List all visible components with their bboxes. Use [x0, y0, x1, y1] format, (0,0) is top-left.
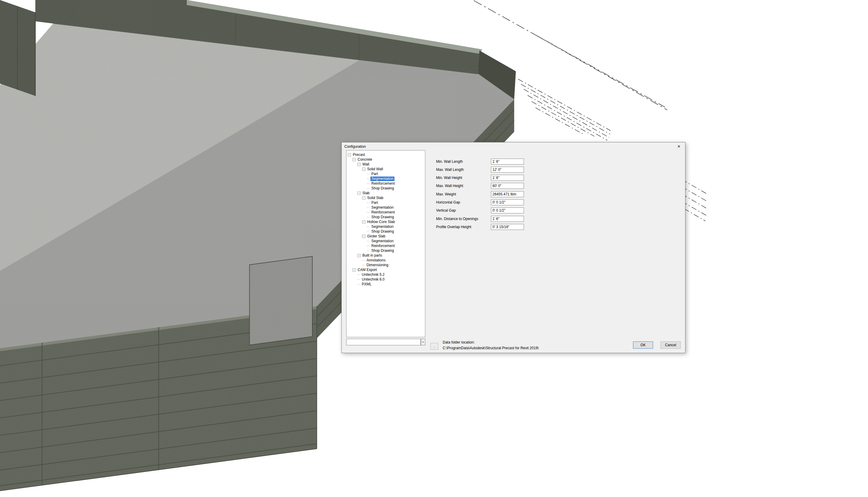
tree-node-label: Part — [371, 172, 379, 176]
tree-connector — [367, 246, 369, 246]
tree-node-shop-drawing[interactable]: Shop Drawing — [346, 248, 425, 253]
horizontal-gap-input[interactable] — [491, 199, 524, 205]
min-wall-length-input[interactable] — [491, 159, 524, 165]
field-row-horizontal-gap: Horizontal Gap — [436, 198, 524, 207]
tree-connector — [367, 188, 369, 188]
field-label: Profile Overlap Height — [436, 225, 491, 229]
tree-node-cam-export[interactable]: -CAM Export — [346, 267, 425, 272]
tree-node-label: CAM Export — [357, 268, 378, 272]
field-row-max-weight: Max. Weight — [436, 190, 524, 198]
min-wall-height-input[interactable] — [491, 175, 524, 181]
tree-connector — [367, 212, 369, 213]
collapse-icon[interactable]: - — [357, 254, 361, 257]
close-icon[interactable]: ✕ — [672, 142, 685, 151]
max-wall-height-input[interactable] — [491, 183, 524, 189]
field-row-max-wall-length: Max. Wall Length — [436, 166, 524, 173]
dialog-titlebar[interactable]: Configuration ✕ — [342, 142, 685, 151]
tree-node-label: Concrete — [357, 157, 373, 162]
tree-node-concrete[interactable]: -Concrete — [346, 157, 425, 162]
tree-node-segmentation[interactable]: Segmentation — [346, 176, 425, 181]
tree-node-solid-slab[interactable]: -Solid Slab — [346, 196, 425, 200]
tree-node-unitechnik-5-2[interactable]: Unitechnik 5.2 — [346, 272, 425, 277]
tree-node-slab[interactable]: -Slab — [346, 191, 425, 196]
tree-node-part[interactable]: Part — [346, 171, 425, 176]
tree-node-label: PXML — [361, 282, 373, 287]
tree-node-segmentation[interactable]: Segmentation — [346, 239, 425, 243]
tree-connector — [367, 231, 369, 232]
field-label: Max. Weight — [436, 192, 491, 196]
cancel-button[interactable]: Cancel — [661, 341, 681, 349]
tree-node-hollow-core-slab[interactable]: -Hollow Core Slab — [346, 219, 425, 224]
tree-node-label: Wall — [361, 162, 370, 167]
browse-button[interactable]: ... — [430, 343, 438, 350]
field-row-profile-overlap-height: Profile Overlap Height — [436, 223, 524, 231]
max-wall-length-input[interactable] — [491, 167, 524, 173]
collapse-icon[interactable]: - — [357, 191, 361, 195]
field-label: Max. Wall Height — [436, 184, 491, 188]
collapse-icon[interactable]: - — [362, 220, 365, 224]
tree-node-label: Part — [371, 200, 379, 205]
tree-node-label: Unitechnik 5.2 — [361, 272, 386, 277]
tree-node-label: Shop Drawing — [371, 248, 395, 253]
tree-node-label: Segmentation — [371, 176, 394, 181]
tree-node-label: Reinforcement — [371, 181, 396, 186]
tree-node-part[interactable]: Part — [346, 200, 425, 205]
tree-connector — [367, 208, 369, 208]
tree-node-shop-drawing[interactable]: Shop Drawing — [346, 215, 425, 219]
collapse-icon[interactable]: - — [362, 235, 365, 238]
tree-node-precast[interactable]: -Precast — [346, 152, 425, 157]
tree-connector — [367, 217, 369, 217]
tree-node-built-in-parts[interactable]: -Built in parts — [346, 253, 425, 258]
tree-node-label: Dimensioning — [366, 263, 389, 267]
tree-node-shop-drawing[interactable]: Shop Drawing — [346, 186, 425, 191]
configuration-dialog: Configuration ✕ -Precast-Concrete-Wall-S… — [342, 142, 685, 353]
tree-node-label: Segmentation — [371, 225, 394, 229]
tree-node-wall[interactable]: -Wall — [346, 162, 425, 167]
tree-node-label: Unitechnik 6.0 — [361, 277, 386, 282]
tree-node-label: Segmentation — [371, 239, 394, 243]
collapse-icon[interactable]: - — [362, 196, 365, 200]
tree-node-annotations[interactable]: Annotations — [346, 258, 425, 262]
collapse-icon[interactable]: - — [352, 268, 356, 272]
vertical-gap-input[interactable] — [491, 208, 524, 213]
tree-node-pxml[interactable]: PXML — [346, 282, 425, 287]
tree-connector — [367, 251, 369, 251]
tree-connector — [367, 227, 369, 227]
field-label: Min. Distance to Openings — [436, 217, 491, 221]
tree-node-reinforcement[interactable]: Reinforcement — [346, 243, 425, 248]
tree-node-reinforcement[interactable]: Reinforcement — [346, 210, 425, 215]
data-folder-path: C:\ProgramData\Autodesk\Structural Preca… — [443, 346, 539, 350]
tree-node-reinforcement[interactable]: Reinforcement — [346, 181, 425, 186]
tree-node-shop-drawing[interactable]: Shop Drawing — [346, 229, 425, 234]
min-distance-to-openings-input[interactable] — [491, 216, 524, 222]
config-tree[interactable]: -Precast-Concrete-Wall-Solid WallPartSeg… — [346, 150, 425, 337]
tree-node-label: Shop Drawing — [371, 186, 395, 191]
tree-connector — [367, 183, 369, 184]
collapse-icon[interactable]: - — [348, 153, 351, 156]
tree-node-girder-slab[interactable]: -Girder Slab — [346, 234, 425, 239]
tree-node-solid-wall[interactable]: -Solid Wall — [346, 167, 425, 171]
max-weight-input[interactable] — [491, 191, 524, 197]
tree-node-unitechnik-6-0[interactable]: Unitechnik 6.0 — [346, 277, 425, 282]
tree-node-segmentation[interactable]: Segmentation — [346, 205, 425, 210]
collapse-icon[interactable]: - — [357, 163, 361, 166]
tree-connector — [362, 260, 364, 260]
tree-node-label: Slab — [361, 191, 371, 196]
tree-node-label: Segmentation — [371, 205, 394, 210]
field-row-min-wall-length: Min. Wall Length — [436, 157, 524, 166]
tree-node-label: Built in parts — [361, 253, 383, 258]
tree-node-label: Shop Drawing — [371, 215, 395, 219]
tree-node-dimensioning[interactable]: Dimensioning — [346, 262, 425, 267]
tree-node-label: Hollow Core Slab — [366, 220, 396, 224]
collapse-icon[interactable]: - — [352, 158, 356, 161]
tree-node-label: Solid Slab — [366, 196, 384, 200]
collapse-icon[interactable]: - — [362, 168, 365, 171]
ok-button[interactable]: OK — [633, 341, 653, 349]
field-label: Min. Wall Height — [436, 176, 491, 180]
tree-connector — [367, 241, 369, 241]
tree-node-label: Girder Slab — [366, 234, 386, 239]
tree-filter-go-button[interactable]: > — [421, 339, 425, 345]
profile-overlap-height-input[interactable] — [491, 224, 524, 230]
tree-filter-input[interactable] — [346, 339, 421, 345]
tree-node-segmentation[interactable]: Segmentation — [346, 224, 425, 229]
